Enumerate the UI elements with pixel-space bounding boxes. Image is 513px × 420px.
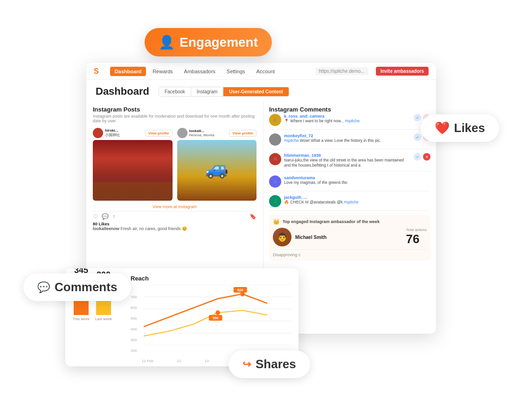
- ambassador-stats: Total actions 76: [406, 228, 427, 246]
- x-label-3: 13: [205, 359, 209, 363]
- comment-body: k_ross_and_camera 📍 Where I want to be r…: [284, 114, 411, 124]
- post-avatar-1: [93, 128, 103, 138]
- comment-item: M monkeyfist_72 #spitche Wow! What a vie…: [269, 133, 430, 149]
- post-user-2: lookatl...Helena, Monta View profile: [177, 128, 257, 138]
- y-label-200: 200: [131, 349, 137, 353]
- reach-chart-title: Reach: [131, 275, 292, 282]
- disapproving-section: Disapproving c: [273, 249, 427, 257]
- comment-reject-icon[interactable]: ✕: [423, 153, 430, 161]
- y-label-600: 600: [131, 306, 137, 310]
- comment-action-icon[interactable]: 💬: [102, 213, 109, 220]
- comment-text: Narui-juku,the view of the old street in…: [284, 158, 411, 168]
- y-label-700: 700: [131, 295, 137, 299]
- invite-ambassadors-button[interactable]: Invite ambassadors: [376, 67, 429, 76]
- ambassador-avatar: 👨: [273, 228, 291, 246]
- tab-instagram[interactable]: Instagram: [191, 87, 223, 96]
- comment-username: jackguth_...: [284, 195, 430, 200]
- crown-icon: 👑: [273, 218, 280, 225]
- comment-icon: 💬: [37, 281, 50, 294]
- engagement-text: Engagement: [180, 35, 258, 50]
- share-action-icon[interactable]: ↑: [112, 213, 115, 220]
- comments-panel-title: Instagram Comments: [269, 106, 430, 113]
- comment-item: S sandventurama Love my magmas, of the g…: [269, 175, 430, 191]
- nav-item-settings[interactable]: Settings: [222, 67, 250, 76]
- view-profile-btn-2[interactable]: View profile: [229, 130, 256, 137]
- nav-item-rewards[interactable]: Rewards: [148, 67, 177, 76]
- ambassador-name: Michael Smith: [295, 235, 402, 240]
- shares-text: Shares: [256, 357, 296, 371]
- ambassador-section: 👑 Top engaged Instagram ambassador of th…: [269, 215, 430, 261]
- tab-facebook[interactable]: Facebook: [159, 87, 191, 96]
- comment-text: 🔥 CHECK M @avatacsteals @k #spitche: [284, 200, 430, 205]
- comment-text: Love my magmas, of the greens tho: [284, 180, 430, 185]
- svg-text:620: 620: [237, 288, 243, 292]
- svg-text:550: 550: [213, 316, 219, 320]
- this-week-label: This week: [73, 317, 90, 321]
- post-image-2: [177, 140, 257, 201]
- post-username-2: lookatl...Helena, Monta: [187, 129, 229, 137]
- heart-action-icon[interactable]: ♡: [93, 213, 98, 220]
- view-profile-btn-1[interactable]: View profile: [145, 130, 173, 137]
- tab-ugc[interactable]: User-Generated Content: [223, 87, 289, 96]
- navbar-url: https://spitche.demo...: [315, 67, 368, 75]
- caption-text: Fresh air, no cares, good friends 😊: [121, 226, 187, 231]
- post-image-1: [93, 140, 173, 201]
- comment-body: htimmerman_1939 Narui-juku,the view of t…: [284, 153, 411, 168]
- comment-list: K k_ross_and_camera 📍 Where I want to be…: [269, 114, 430, 211]
- ambassador-header: 👑 Top engaged Instagram ambassador of th…: [273, 218, 427, 225]
- y-label-400: 400: [131, 327, 137, 331]
- truck-image: [177, 140, 257, 201]
- nav-item-dashboard[interactable]: Dashboard: [110, 67, 146, 76]
- shares-label: ↪ Shares: [229, 350, 310, 378]
- bookmark-icon[interactable]: 🔖: [250, 213, 256, 220]
- comment-body: monkeyfist_72 #spitche Wow! What a view.…: [284, 133, 411, 143]
- navbar: S Dashboard Rewards Ambassadors Settings…: [86, 63, 436, 80]
- engagement-label: 👤 Engagement: [145, 28, 272, 56]
- post-user-caption: lookatleenow Fresh air, no cares, good f…: [93, 226, 256, 231]
- ambassador-count: 76: [406, 232, 427, 246]
- post-user-1: hiroki...小国神社 View profile: [93, 128, 173, 138]
- comment-text: 📍 Where I want to be right now... #spitc…: [284, 119, 411, 124]
- total-actions-label: Total actions: [406, 228, 427, 232]
- forest-image: [93, 140, 173, 201]
- comment-username: sandventurama: [284, 175, 430, 180]
- view-more-instagram[interactable]: View more at Instagram: [93, 204, 256, 209]
- ambassador-title: Top engaged Instagram ambassador of the …: [283, 219, 380, 224]
- comment-text: #spitche Wow! What a view. Love the hist…: [284, 138, 411, 143]
- person-icon: 👤: [159, 35, 175, 50]
- y-label-300: 300: [131, 338, 137, 342]
- post-username-1: hiroki...小国神社: [103, 128, 145, 138]
- dashboard-title: Dashboard: [96, 85, 149, 98]
- comment-avatar: M: [269, 133, 281, 146]
- navbar-logo: S: [94, 67, 99, 76]
- nav-item-account[interactable]: Account: [252, 67, 280, 76]
- likes-label: ❤️ Likes: [421, 114, 499, 142]
- comment-avatar: H: [269, 153, 281, 165]
- comment-approve-icon[interactable]: ✓: [414, 153, 421, 161]
- post-item-2: lookatl...Helena, Monta View profile: [177, 128, 257, 201]
- post-likes: 80 Likes: [93, 222, 256, 226]
- last-week-label: Last week: [95, 317, 112, 321]
- comment-avatar: K: [269, 114, 281, 126]
- reach-chart-svg: 620 550: [144, 285, 292, 345]
- comment-avatar: J: [269, 195, 281, 207]
- reach-y-labels: 700 600 500 400 300 200: [131, 295, 137, 353]
- likes-text: Likes: [454, 121, 485, 135]
- svg-point-8: [215, 310, 220, 315]
- comment-approve-icon[interactable]: ✓: [414, 133, 421, 141]
- dashboard-tabs: Facebook Instagram User-Generated Conten…: [159, 87, 289, 97]
- chart-area: 620 550: [144, 285, 292, 345]
- comment-approve-icon[interactable]: ✓: [414, 114, 421, 121]
- x-label-2: 12: [177, 359, 181, 363]
- comment-item: K k_ross_and_camera 📍 Where I want to be…: [269, 114, 430, 130]
- ambassador-body: 👨 Michael Smith Total actions 76: [273, 228, 427, 246]
- posts-panel-title: Instagram Posts: [93, 106, 256, 113]
- nav-item-ambassadors[interactable]: Ambassadors: [180, 67, 220, 76]
- comment-username: k_ross_and_camera: [284, 114, 411, 119]
- y-label-500: 500: [131, 316, 137, 321]
- heart-icon: ❤️: [435, 121, 450, 135]
- comment-actions: ✓ ✕: [414, 153, 430, 161]
- post-actions: ♡ 💬 ↑ 🔖: [93, 211, 256, 222]
- comment-item: J jackguth_... 🔥 CHECK M @avatacsteals @…: [269, 195, 430, 211]
- ambassador-info: Michael Smith: [295, 235, 402, 240]
